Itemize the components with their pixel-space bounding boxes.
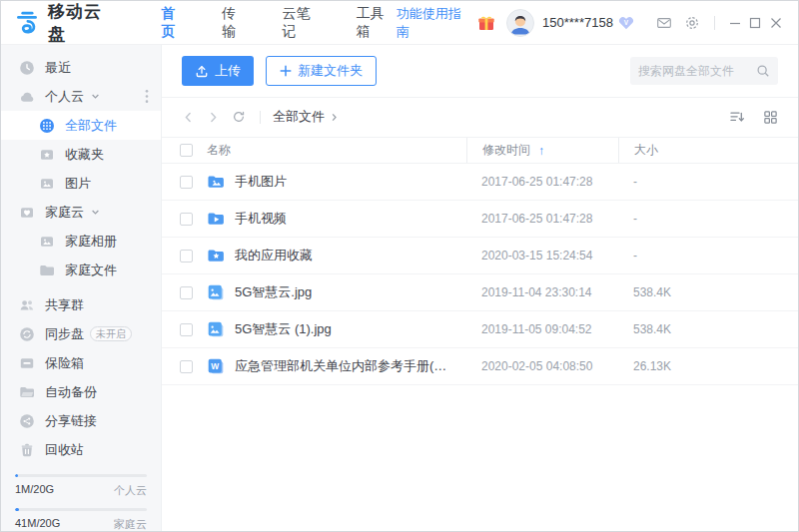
avatar[interactable] [506, 9, 534, 37]
cloud-logo-icon [13, 11, 41, 35]
sidebar-item-favorites[interactable]: 收藏夹 [1, 140, 161, 169]
file-row[interactable]: 我的应用收藏2020-03-15 15:24:54- [162, 238, 798, 274]
sidebar-item-label: 保险箱 [45, 354, 84, 372]
sidebar-item-family-album[interactable]: 家庭相册 [1, 227, 161, 256]
sidebar-item-share-links[interactable]: 分享链接 [1, 406, 161, 435]
gift-icon[interactable] [474, 11, 498, 35]
row-checkbox[interactable] [180, 176, 193, 189]
minimize-button[interactable] [725, 12, 745, 34]
settings-gear-icon[interactable] [684, 15, 700, 31]
sidebar-item-recent[interactable]: 最近 [1, 53, 161, 82]
row-checkbox[interactable] [180, 213, 193, 226]
family-heart-icon [19, 205, 35, 221]
crumb-divider [260, 111, 261, 124]
maximize-button[interactable] [745, 12, 765, 34]
sidebar-item-auto-backup[interactable]: 自动备份 [1, 377, 161, 406]
more-menu-icon[interactable] [145, 89, 149, 104]
sort-icon[interactable] [729, 109, 745, 125]
sidebar-item-family-files[interactable]: 家庭文件 [1, 256, 161, 284]
safe-icon [19, 355, 35, 371]
sidebar-item-recycle-bin[interactable]: 回收站 [1, 435, 161, 464]
storage-name: 个人云 [114, 483, 147, 498]
file-row[interactable]: 手机图片2017-06-25 01:47:28- [162, 164, 798, 201]
file-row[interactable]: 5G智慧云 (1).jpg2019-11-05 09:04:52538.4K [162, 311, 798, 348]
upload-button[interactable]: 上传 [182, 56, 254, 86]
sidebar-item-sync-disk[interactable]: 同步盘未开启 [1, 319, 161, 348]
file-size: 26.13K [618, 359, 798, 373]
close-button[interactable] [766, 12, 786, 34]
column-size[interactable]: 大小 [618, 138, 798, 163]
row-checkbox[interactable] [180, 250, 193, 263]
status-badge: 未开启 [90, 326, 132, 341]
back-icon[interactable] [182, 111, 195, 124]
chevron-right-icon [330, 113, 339, 122]
row-checkbox[interactable] [180, 286, 193, 299]
picture-icon [39, 234, 55, 250]
file-name[interactable]: 手机视频 [235, 210, 466, 228]
search-input[interactable] [638, 64, 756, 78]
breadcrumb-current[interactable]: 全部文件 [273, 108, 325, 126]
sidebar-item-shared-groups[interactable]: 共享群 [1, 290, 161, 319]
sidebar-item-label: 收藏夹 [65, 146, 104, 164]
file-name[interactable]: 应急管理部机关单位内部参考手册(电子版).docx [235, 357, 466, 375]
column-modified[interactable]: 修改时间 [482, 142, 530, 159]
row-checkbox[interactable] [180, 360, 193, 373]
plus-icon [280, 65, 292, 77]
file-modified: 2019-11-05 09:04:52 [466, 322, 618, 336]
forward-icon[interactable] [207, 111, 220, 124]
file-modified: 2019-11-04 23:30:14 [466, 285, 618, 299]
folder-icon [39, 263, 55, 278]
search-icon[interactable] [756, 64, 770, 78]
nav-tab-home[interactable]: 首页 [161, 5, 188, 41]
mail-icon[interactable] [656, 15, 672, 31]
sidebar-item-label: 家庭云 [45, 204, 84, 222]
file-name[interactable]: 5G智慧云.jpg [235, 283, 466, 301]
sidebar-item-family-cloud[interactable]: 家庭云 [1, 198, 161, 227]
storage-personal: 1M/20G个人云 [15, 474, 147, 498]
sort-ascending-icon[interactable]: ↑ [538, 144, 544, 158]
file-name[interactable]: 手机图片 [235, 173, 466, 191]
image-file-icon [207, 283, 225, 301]
sidebar-item-safe-box[interactable]: 保险箱 [1, 348, 161, 377]
breadcrumb[interactable]: 全部文件 [273, 108, 339, 126]
vip-badge-icon[interactable]: V [618, 16, 634, 30]
nav-tab-cloud-notes[interactable]: 云笔记 [283, 5, 323, 41]
file-list: 手机图片2017-06-25 01:47:28-手机视频2017-06-25 0… [162, 164, 798, 531]
grid-view-icon[interactable] [763, 110, 778, 125]
cloud-icon [19, 89, 35, 105]
sidebar-item-personal-cloud[interactable]: 个人云 [1, 82, 161, 111]
file-name[interactable]: 我的应用收藏 [235, 247, 466, 265]
svg-text:W: W [211, 361, 219, 371]
new-folder-button-label: 新建文件夹 [298, 62, 363, 80]
chevron-down-icon[interactable] [91, 208, 100, 217]
file-row[interactable]: W应急管理部机关单位内部参考手册(电子版).docx2020-02-05 04:… [162, 348, 798, 385]
new-folder-button[interactable]: 新建文件夹 [266, 56, 377, 86]
refresh-icon[interactable] [232, 110, 246, 124]
storage-summary: 1M/20G个人云41M/20G家庭云 [1, 464, 161, 532]
account-phone[interactable]: 150****7158 [542, 15, 613, 30]
search-box[interactable] [630, 57, 778, 85]
column-name[interactable]: 名称 [207, 142, 466, 159]
sidebar-item-all-files[interactable]: 全部文件 [1, 111, 161, 140]
sidebar-item-label: 最近 [45, 59, 71, 77]
file-size: - [618, 212, 798, 226]
row-checkbox[interactable] [180, 323, 193, 336]
file-modified: 2020-02-05 04:08:50 [466, 359, 618, 373]
sidebar: 最近个人云全部文件收藏夹图片家庭云家庭相册家庭文件共享群同步盘未开启保险箱自动备… [1, 45, 161, 531]
file-name[interactable]: 5G智慧云 (1).jpg [235, 320, 466, 338]
sidebar-item-label: 自动备份 [45, 383, 97, 401]
upload-icon [195, 64, 209, 78]
file-modified: 2020-03-15 15:24:54 [466, 249, 618, 263]
guide-link[interactable]: 功能使用指南 [397, 5, 468, 41]
group-icon [19, 297, 35, 313]
chevron-down-icon[interactable] [91, 92, 100, 101]
select-all-checkbox[interactable] [180, 144, 193, 157]
folder-star-icon [207, 247, 225, 265]
file-row[interactable]: 5G智慧云.jpg2019-11-04 23:30:14538.4K [162, 274, 798, 311]
share-icon [19, 413, 35, 429]
folder-image-icon [207, 173, 225, 191]
file-row[interactable]: 手机视频2017-06-25 01:47:28- [162, 201, 798, 238]
sidebar-item-pictures[interactable]: 图片 [1, 169, 161, 198]
nav-tab-toolbox[interactable]: 工具箱 [357, 5, 397, 41]
nav-tab-transfer[interactable]: 传输 [222, 5, 249, 41]
